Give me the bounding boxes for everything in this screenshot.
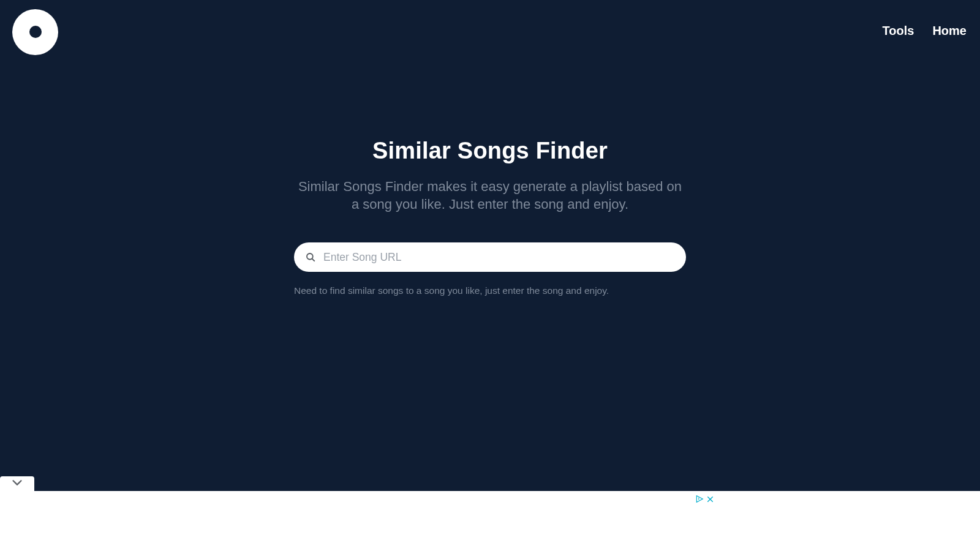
page-title: Similar Songs Finder bbox=[294, 138, 686, 164]
site-logo[interactable] bbox=[12, 9, 58, 55]
ad-close-button[interactable] bbox=[706, 495, 714, 503]
song-url-input[interactable] bbox=[316, 251, 675, 264]
nav-home[interactable]: Home bbox=[932, 24, 967, 38]
svg-point-0 bbox=[307, 253, 313, 260]
search-hint: Need to find similar songs to a song you… bbox=[294, 285, 686, 296]
search-box[interactable] bbox=[294, 242, 686, 272]
ad-controls bbox=[695, 495, 714, 503]
nav-tools[interactable]: Tools bbox=[883, 24, 914, 38]
svg-point-2 bbox=[698, 498, 699, 500]
logo-dot bbox=[29, 26, 42, 38]
svg-line-1 bbox=[312, 259, 315, 261]
page-subtitle: Similar Songs Finder makes it easy gener… bbox=[294, 178, 686, 213]
ad-banner bbox=[0, 491, 980, 551]
search-icon bbox=[305, 252, 316, 263]
top-nav: Tools Home bbox=[883, 24, 967, 38]
ad-collapse-button[interactable] bbox=[0, 476, 34, 491]
header: Tools Home bbox=[0, 0, 980, 61]
main-content: Similar Songs Finder Similar Songs Finde… bbox=[294, 138, 686, 296]
adchoices-icon[interactable] bbox=[695, 495, 704, 503]
chevron-down-icon bbox=[10, 476, 24, 492]
